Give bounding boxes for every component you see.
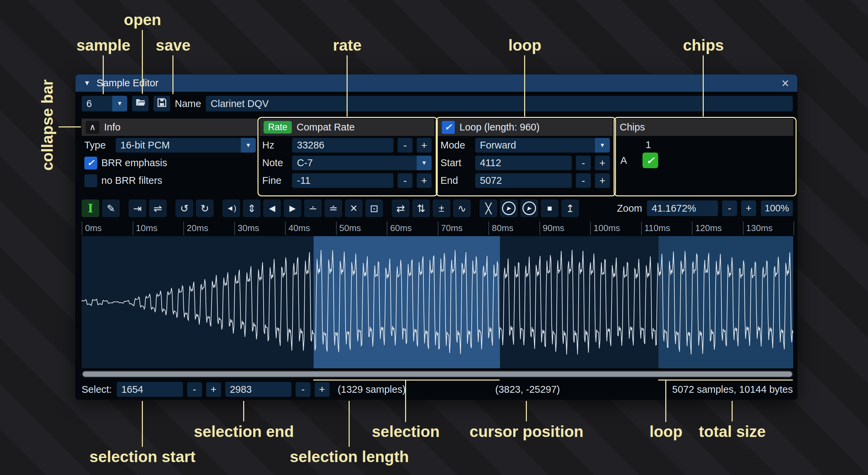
hz-input[interactable]: 33286 [292, 138, 394, 153]
selection-start-decrement-button[interactable]: - [187, 382, 202, 397]
zoom-input[interactable]: 41.1672% [647, 200, 718, 216]
redo-button[interactable]: ↻ [196, 199, 214, 217]
note-label: Note [262, 157, 288, 169]
fine-input[interactable]: -11 [292, 173, 394, 188]
zoom-out-button[interactable]: - [722, 200, 737, 216]
loop-start-label: Start [440, 157, 471, 169]
reverse-button[interactable]: ⇄ [392, 199, 410, 217]
type-label: Type [84, 140, 112, 151]
hz-value: 33286 [297, 140, 324, 151]
loop-mode-combo[interactable]: Forward ▼ [475, 138, 610, 153]
loop-end-decrement-button[interactable]: - [576, 173, 591, 188]
crossfade-button[interactable]: ╳ [480, 199, 497, 217]
zoom-reset-button[interactable]: 100% [761, 200, 793, 216]
note-combo[interactable]: C-7 ▼ [292, 156, 432, 170]
brr-emphasis-checkbox[interactable]: ✓ [84, 157, 97, 170]
sample-name-value: Clarinet DQV [211, 98, 269, 109]
chevron-down-icon[interactable]: ▼ [417, 156, 432, 170]
sample-name-input[interactable]: Clarinet DQV [206, 96, 793, 111]
note-value: C-7 [292, 156, 417, 170]
loop-start-increment-button[interactable]: + [595, 156, 610, 170]
annotation-line [142, 30, 143, 94]
sample-type-combo[interactable]: 16-bit PCM ▼ [116, 138, 256, 153]
loop-end-increment-button[interactable]: + [595, 173, 610, 188]
check-icon: ✓ [87, 158, 95, 168]
rate-badge[interactable]: Rate [264, 121, 292, 134]
fine-increment-button[interactable]: + [417, 173, 432, 188]
loop-mode-value: Forward [475, 138, 595, 153]
annotation-line [405, 381, 406, 422]
annotation-line [59, 126, 81, 127]
select-label: Select: [82, 384, 112, 395]
annotation-selection-end: selection end [194, 422, 294, 441]
selection-end-decrement-button[interactable]: - [296, 382, 311, 397]
delete-button[interactable]: × [345, 199, 363, 217]
selection-length-text: (1329 samples) [338, 384, 406, 395]
selection-start-input[interactable]: 1654 [117, 382, 183, 397]
timeline-tick: 90ms [539, 222, 590, 235]
apply-silence-icon: ≐ [329, 203, 337, 214]
annotation-line [526, 401, 527, 421]
amplify-button[interactable]: ◄) [222, 199, 240, 217]
chip-enable-checkbox[interactable]: ✓ [642, 153, 658, 168]
loop-start-input[interactable]: 4112 [475, 156, 572, 170]
normalize-button[interactable]: ⇕ [243, 199, 261, 217]
insert-silence-button[interactable]: ∸ [304, 199, 322, 217]
close-icon[interactable]: × [782, 77, 789, 90]
fade-in-button[interactable]: ◀ [263, 199, 281, 217]
scrollbar-thumb[interactable] [83, 371, 792, 377]
resample-button[interactable]: ⇌ [149, 199, 167, 217]
open-sample-button[interactable] [132, 96, 149, 111]
collapse-bar-icon[interactable]: ∧ [86, 121, 99, 134]
draw-mode-button[interactable]: ✎ [102, 199, 120, 217]
apply-silence-button[interactable]: ≐ [324, 199, 342, 217]
zoom-in-button[interactable]: + [741, 200, 756, 216]
info-panel-title: Info [104, 122, 120, 133]
annotation-line [347, 55, 348, 117]
loop-end-input[interactable]: 5072 [475, 173, 572, 188]
chevron-down-icon[interactable]: ▼ [241, 138, 256, 153]
selection-start-increment-button[interactable]: + [206, 382, 221, 397]
timeline-ruler: 0ms 10ms 20ms 30ms 40ms 50ms 60ms 70ms 8… [82, 222, 797, 235]
annotation-sample: sample [77, 36, 131, 54]
waveform-view[interactable] [82, 236, 793, 368]
resize-button[interactable]: ⇥ [129, 199, 146, 217]
hz-increment-button[interactable]: + [417, 138, 432, 153]
name-label: Name [175, 98, 201, 109]
selection-end-input[interactable]: 2983 [225, 382, 291, 397]
loop-enable-checkbox[interactable]: ✓ [442, 121, 455, 134]
loop-end-label: End [440, 175, 471, 186]
annotation-loop-top: loop [508, 36, 541, 54]
speaker-icon: ◄) [226, 204, 236, 213]
timeline-tick: 120ms [692, 222, 743, 235]
play-sample-button[interactable]: ▶ [520, 199, 538, 217]
stop-square-icon: ■ [547, 204, 552, 213]
fade-out-button[interactable]: ▶ [284, 199, 301, 217]
loop-panel-body: Mode Forward ▼ Start 4112 - + End 5072 - [438, 137, 613, 189]
invert-button[interactable]: ⇅ [412, 199, 430, 217]
save-sample-button[interactable] [153, 96, 170, 111]
preview-sample-button[interactable]: ▶ [500, 199, 518, 217]
window-collapse-icon[interactable]: ▼ [84, 79, 90, 87]
undo-button[interactable]: ↺ [176, 199, 193, 217]
edit-select-mode-button[interactable]: I [82, 199, 99, 217]
chevron-down-icon[interactable]: ▼ [595, 138, 610, 153]
filter-button[interactable]: ∿ [453, 199, 471, 217]
import-button[interactable]: ↥ [561, 199, 579, 217]
timeline-tick: 110ms [641, 222, 692, 235]
chevron-down-icon[interactable]: ▼ [112, 96, 127, 111]
sample-select-combo[interactable]: 6 ▼ [82, 96, 127, 111]
sign-button[interactable]: ± [433, 199, 450, 217]
ibeam-cursor-icon: I [88, 202, 93, 215]
trim-button[interactable]: ⊡ [365, 199, 383, 217]
sine-wave-icon: ∿ [457, 203, 466, 214]
selection-end-increment-button[interactable]: + [315, 382, 330, 397]
loop-start-decrement-button[interactable]: - [576, 156, 591, 170]
stop-button[interactable]: ■ [541, 199, 558, 217]
no-brr-filters-checkbox[interactable] [84, 174, 97, 187]
titlebar: ▼ Sample Editor × [76, 74, 797, 92]
hz-decrement-button[interactable]: - [398, 138, 413, 153]
folder-open-icon [135, 97, 146, 110]
fine-decrement-button[interactable]: - [398, 173, 413, 188]
waveform-scrollbar[interactable] [82, 370, 793, 378]
